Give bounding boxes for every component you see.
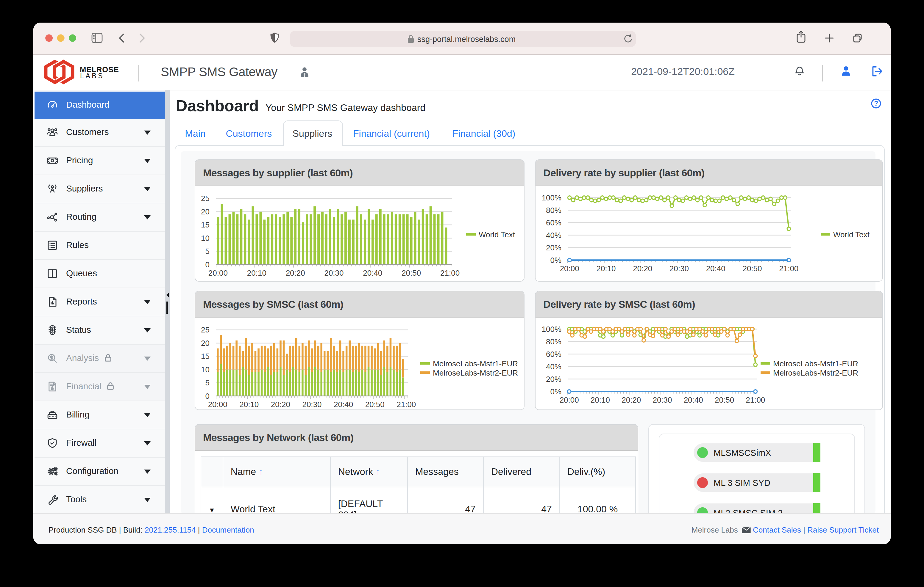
svg-text:20%: 20% xyxy=(546,243,561,252)
svg-text:MelroseLabs-Mstr1-EUR: MelroseLabs-Mstr1-EUR xyxy=(773,359,858,368)
svg-text:20:40: 20:40 xyxy=(706,264,726,273)
svg-text:10: 10 xyxy=(201,233,210,242)
svg-text:20:40: 20:40 xyxy=(684,396,703,404)
svg-text:100%: 100% xyxy=(542,193,562,202)
svg-text:21:00: 21:00 xyxy=(746,396,765,404)
svg-text:15: 15 xyxy=(201,220,210,229)
svg-text:20:50: 20:50 xyxy=(365,400,384,409)
svg-text:20:50: 20:50 xyxy=(402,268,421,278)
svg-text:40%: 40% xyxy=(546,230,561,239)
svg-text:20:50: 20:50 xyxy=(742,264,762,273)
svg-text:20:20: 20:20 xyxy=(622,396,641,404)
svg-text:MelroseLabs-Mstr2-EUR: MelroseLabs-Mstr2-EUR xyxy=(433,368,518,377)
svg-text:20:40: 20:40 xyxy=(363,268,382,278)
svg-text:0: 0 xyxy=(205,391,210,401)
svg-text:20:30: 20:30 xyxy=(670,264,689,273)
svg-text:World Text: World Text xyxy=(833,230,870,239)
svg-text:5: 5 xyxy=(205,247,210,256)
svg-text:20:20: 20:20 xyxy=(633,264,652,273)
svg-text:20:00: 20:00 xyxy=(208,268,228,278)
svg-text:20:20: 20:20 xyxy=(271,400,290,409)
svg-text:40%: 40% xyxy=(546,362,561,371)
svg-text:5: 5 xyxy=(205,378,210,387)
svg-text:0%: 0% xyxy=(550,255,561,264)
svg-text:20:20: 20:20 xyxy=(286,268,305,278)
svg-text:0%: 0% xyxy=(550,387,561,396)
svg-text:15: 15 xyxy=(201,352,210,361)
svg-text:20:40: 20:40 xyxy=(334,400,353,409)
svg-text:100%: 100% xyxy=(542,325,562,334)
svg-text:25: 25 xyxy=(201,194,210,203)
svg-text:60%: 60% xyxy=(546,218,561,227)
svg-text:MelroseLabs-Mstr1-EUR: MelroseLabs-Mstr1-EUR xyxy=(433,359,518,368)
svg-text:20%: 20% xyxy=(546,375,561,384)
svg-text:20:10: 20:10 xyxy=(239,400,259,409)
svg-text:20:00: 20:00 xyxy=(559,396,579,404)
svg-text:25: 25 xyxy=(201,325,210,334)
svg-text:20:00: 20:00 xyxy=(208,400,228,409)
svg-text:60%: 60% xyxy=(546,350,561,358)
svg-text:20:50: 20:50 xyxy=(715,396,734,404)
svg-text:21:00: 21:00 xyxy=(779,264,799,273)
svg-text:21:00: 21:00 xyxy=(396,400,416,409)
svg-text:20:10: 20:10 xyxy=(596,264,615,273)
svg-text:20:30: 20:30 xyxy=(324,268,343,278)
svg-text:80%: 80% xyxy=(546,206,561,214)
svg-text:20: 20 xyxy=(201,207,210,216)
svg-text:20: 20 xyxy=(201,339,210,348)
svg-text:20:00: 20:00 xyxy=(560,264,579,273)
svg-text:21:00: 21:00 xyxy=(440,268,460,278)
svg-text:20:10: 20:10 xyxy=(591,396,610,404)
svg-text:MelroseLabs-Mstr2-EUR: MelroseLabs-Mstr2-EUR xyxy=(773,368,858,377)
svg-text:World Text: World Text xyxy=(478,230,515,239)
svg-text:80%: 80% xyxy=(546,337,561,346)
svg-text:20:10: 20:10 xyxy=(247,268,266,278)
svg-text:20:30: 20:30 xyxy=(302,400,322,409)
svg-text:20:30: 20:30 xyxy=(652,396,672,404)
svg-text:10: 10 xyxy=(201,365,210,374)
svg-text:?: ? xyxy=(874,100,878,107)
svg-text:0: 0 xyxy=(205,260,210,269)
